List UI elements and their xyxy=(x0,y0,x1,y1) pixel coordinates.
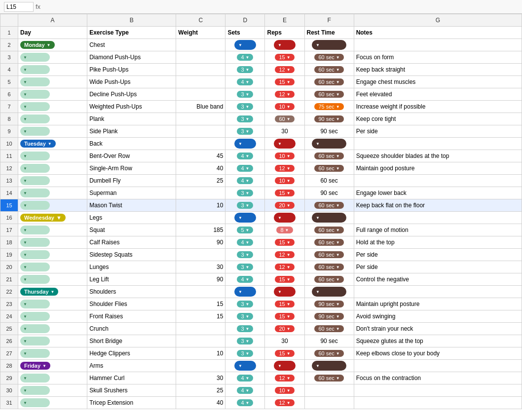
day-cell[interactable]: Wednesday ▼ xyxy=(18,212,87,224)
table-row[interactable]: 9▼Side Plank3 ▼3090 secPer side xyxy=(0,125,522,138)
day-cell[interactable]: ▼ xyxy=(18,101,87,113)
table-row[interactable]: 11▼Bent-Over Row454 ▼10 ▼60 sec ▼Squeeze… xyxy=(0,150,522,162)
day-cell[interactable]: ▼ xyxy=(18,150,87,162)
table-row[interactable]: 3▼Diamond Push-Ups4 ▼15 ▼60 sec ▼Focus o… xyxy=(0,51,522,64)
sets-cell[interactable]: 4 ▼ xyxy=(225,273,265,286)
table-row[interactable]: 17▼Squat1855 ▼8 ▼60 sec ▼Full range of m… xyxy=(0,224,522,236)
sets-cell[interactable]: 4 ▼ xyxy=(225,397,265,409)
reps-cell[interactable]: 12 ▼ xyxy=(265,64,304,76)
day-cell[interactable]: ▼ xyxy=(18,347,87,360)
rest-cell[interactable]: ▼ xyxy=(304,212,354,224)
table-row[interactable]: 31▼Tricep Extension404 ▼12 ▼ xyxy=(0,397,522,409)
col-header-c[interactable]: C xyxy=(176,14,225,27)
sets-cell[interactable]: 3 ▼ xyxy=(225,113,265,125)
reps-cell[interactable]: 12 ▼ xyxy=(265,88,304,101)
day-cell[interactable]: Friday ▼ xyxy=(18,360,87,372)
sets-cell[interactable]: 3 ▼ xyxy=(225,261,265,273)
table-row[interactable]: 16Wednesday ▼Legs▼▼▼ xyxy=(0,212,522,224)
day-cell[interactable]: ▼ xyxy=(18,64,87,76)
reps-cell[interactable]: ▼ xyxy=(265,212,304,224)
col-header-b[interactable]: B xyxy=(87,14,176,27)
rest-cell[interactable]: 90 sec ▼ xyxy=(304,310,354,323)
day-cell[interactable]: ▼ xyxy=(18,125,87,138)
sets-cell[interactable]: 3 ▼ xyxy=(225,310,265,323)
reps-cell[interactable]: 15 ▼ xyxy=(265,51,304,64)
table-row[interactable]: 19▼Sidestep Squats3 ▼12 ▼60 sec ▼Per sid… xyxy=(0,249,522,261)
col-header-g[interactable]: G xyxy=(354,14,522,27)
rest-cell[interactable]: 60 sec ▼ xyxy=(304,249,354,261)
table-row[interactable]: 20▼Lunges303 ▼12 ▼60 sec ▼Per side xyxy=(0,261,522,273)
rest-cell[interactable]: 60 sec ▼ xyxy=(304,162,354,175)
day-cell[interactable]: ▼ xyxy=(18,187,87,199)
sets-cell[interactable]: 4 ▼ xyxy=(225,162,265,175)
table-row[interactable]: 15▼Mason Twist103 ▼20 ▼60 sec ▼Keep back… xyxy=(0,199,522,212)
sets-cell[interactable]: 3 ▼ xyxy=(225,64,265,76)
col-header-e[interactable]: E xyxy=(265,14,304,27)
sets-cell[interactable]: 4 ▼ xyxy=(225,236,265,249)
rest-cell[interactable] xyxy=(304,397,354,409)
reps-cell[interactable]: 12 ▼ xyxy=(265,372,304,384)
sets-cell[interactable]: 3 ▼ xyxy=(225,187,265,199)
day-cell[interactable]: ▼ xyxy=(18,162,87,175)
rest-cell[interactable]: 60 sec ▼ xyxy=(304,199,354,212)
sets-cell[interactable]: 4 ▼ xyxy=(225,150,265,162)
sets-cell[interactable]: 5 ▼ xyxy=(225,224,265,236)
reps-cell[interactable]: ▼ xyxy=(265,39,304,51)
day-cell[interactable]: ▼ xyxy=(18,298,87,310)
reps-cell[interactable]: ▼ xyxy=(265,286,304,298)
sets-cell[interactable]: 3 ▼ xyxy=(225,323,265,335)
day-cell[interactable]: ▼ xyxy=(18,310,87,323)
cell-reference[interactable] xyxy=(4,2,34,12)
reps-cell[interactable]: 12 ▼ xyxy=(265,162,304,175)
reps-cell[interactable]: 10 ▼ xyxy=(265,101,304,113)
rest-cell[interactable]: 60 sec ▼ xyxy=(304,273,354,286)
col-header-f[interactable]: F xyxy=(304,14,354,27)
sets-cell[interactable]: 3 ▼ xyxy=(225,298,265,310)
rest-cell[interactable]: 60 sec ▼ xyxy=(304,51,354,64)
sets-cell[interactable]: 4 ▼ xyxy=(225,384,265,397)
sets-cell[interactable]: 3 ▼ xyxy=(225,101,265,113)
table-row[interactable]: 12▼Single-Arm Row404 ▼12 ▼60 sec ▼Mainta… xyxy=(0,162,522,175)
reps-cell[interactable]: 15 ▼ xyxy=(265,310,304,323)
reps-cell[interactable]: 12 ▼ xyxy=(265,261,304,273)
day-cell[interactable]: ▼ xyxy=(18,323,87,335)
table-row[interactable]: 13▼Dumbell Fly254 ▼10 ▼60 sec xyxy=(0,175,522,187)
rest-cell[interactable]: 60 sec ▼ xyxy=(304,236,354,249)
table-row[interactable]: 14▼Superman3 ▼15 ▼90 secEngage lower bac… xyxy=(0,187,522,199)
sets-cell[interactable]: 3 ▼ xyxy=(225,249,265,261)
rest-cell[interactable]: 60 sec ▼ xyxy=(304,372,354,384)
sets-cell[interactable]: 3 ▼ xyxy=(225,125,265,138)
table-row[interactable]: 4▼Pike Push-Ups3 ▼12 ▼60 sec ▼Keep back … xyxy=(0,64,522,76)
day-cell[interactable]: ▼ xyxy=(18,273,87,286)
rest-cell[interactable]: 90 sec ▼ xyxy=(304,298,354,310)
day-cell[interactable]: ▼ xyxy=(18,261,87,273)
reps-cell[interactable]: 60 ▼ xyxy=(265,113,304,125)
day-cell[interactable]: ▼ xyxy=(18,51,87,64)
day-cell[interactable]: Tuesday ▼ xyxy=(18,138,87,150)
reps-cell[interactable]: 12 ▼ xyxy=(265,249,304,261)
sets-cell[interactable]: 3 ▼ xyxy=(225,199,265,212)
day-cell[interactable]: ▼ xyxy=(18,88,87,101)
col-header-a[interactable]: A xyxy=(18,14,87,27)
rest-cell[interactable]: 60 sec ▼ xyxy=(304,150,354,162)
reps-cell[interactable]: 15 ▼ xyxy=(265,76,304,88)
reps-cell[interactable]: ▼ xyxy=(265,360,304,372)
reps-cell[interactable]: 30 xyxy=(265,335,304,347)
sets-cell[interactable]: ▼ xyxy=(225,212,265,224)
rest-cell[interactable]: ▼ xyxy=(304,39,354,51)
reps-cell[interactable]: 10 ▼ xyxy=(265,175,304,187)
rest-cell[interactable]: 60 sec ▼ xyxy=(304,323,354,335)
rest-cell[interactable]: 60 sec ▼ xyxy=(304,224,354,236)
table-row[interactable]: 26▼Short Bridge3 ▼3090 secSqueeze glutes… xyxy=(0,335,522,347)
rest-cell[interactable]: 75 sec ▼ xyxy=(304,101,354,113)
sets-cell[interactable]: ▼ xyxy=(225,138,265,150)
rest-cell[interactable]: 90 sec ▼ xyxy=(304,113,354,125)
sets-cell[interactable]: 3 ▼ xyxy=(225,347,265,360)
sets-cell[interactable]: 4 ▼ xyxy=(225,175,265,187)
day-cell[interactable]: ▼ xyxy=(18,175,87,187)
rest-cell[interactable]: 60 sec ▼ xyxy=(304,88,354,101)
reps-cell[interactable]: 20 ▼ xyxy=(265,199,304,212)
reps-cell[interactable]: 15 ▼ xyxy=(265,236,304,249)
rest-cell[interactable]: 90 sec xyxy=(304,125,354,138)
rest-cell[interactable]: 60 sec ▼ xyxy=(304,64,354,76)
